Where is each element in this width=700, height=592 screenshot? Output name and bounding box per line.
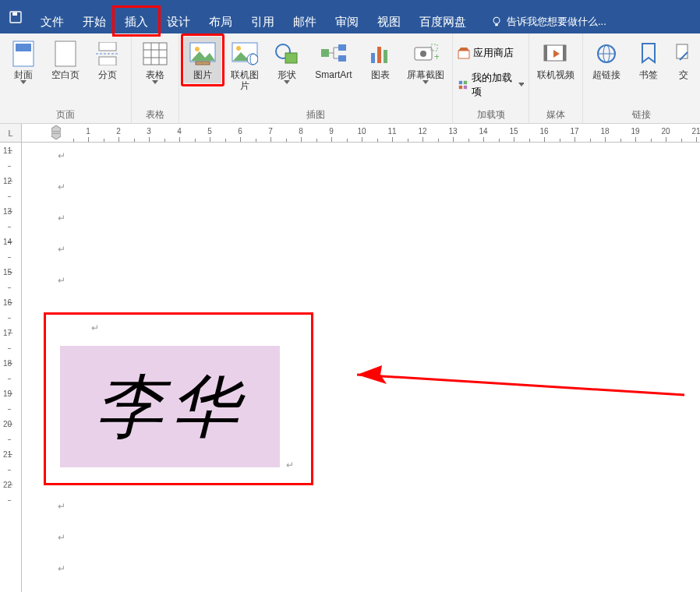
- tab-baidu[interactable]: 百度网盘: [410, 10, 476, 33]
- chevron-down-icon: [152, 80, 158, 85]
- cover-page-button[interactable]: 封面: [5, 37, 42, 88]
- svg-rect-26: [371, 53, 375, 63]
- svg-line-45: [357, 375, 684, 395]
- svg-rect-34: [459, 81, 462, 84]
- quick-access-toolbar[interactable]: [0, 0, 31, 33]
- addins-icon: [458, 79, 468, 91]
- table-button[interactable]: 表格: [136, 37, 174, 88]
- paragraph-mark: ↵: [58, 213, 65, 224]
- group-addins-label: 加载项: [458, 107, 524, 123]
- tab-layout[interactable]: 布局: [200, 10, 242, 33]
- tab-mailings[interactable]: 邮件: [284, 10, 326, 33]
- svg-rect-27: [377, 47, 381, 63]
- svg-text:+: +: [434, 51, 439, 62]
- chevron-down-icon: [422, 80, 429, 85]
- svg-rect-25: [338, 55, 346, 62]
- svg-rect-35: [464, 81, 467, 84]
- picture-button[interactable]: 图片: [184, 37, 221, 83]
- paragraph-mark: ↵: [286, 460, 294, 470]
- save-icon: [9, 11, 22, 23]
- signature-text: 李华: [95, 361, 245, 453]
- svg-rect-36: [459, 86, 462, 89]
- paragraph-mark: ↵: [58, 532, 65, 543]
- smartart-icon: [320, 40, 348, 68]
- paragraph-mark: ↵: [58, 563, 65, 574]
- svg-rect-22: [285, 53, 297, 63]
- page-break-button[interactable]: 分页: [89, 37, 126, 83]
- tab-review[interactable]: 审阅: [326, 10, 368, 33]
- cross-reference-button[interactable]: 交: [672, 37, 695, 83]
- paragraph-mark: ↵: [58, 244, 65, 255]
- indent-marker-icon[interactable]: [51, 125, 61, 139]
- paragraph-mark: ↵: [58, 181, 65, 192]
- group-illustrations-label: 插图: [184, 107, 447, 123]
- tell-me-label: 告诉我您想要做什么...: [507, 15, 606, 29]
- svg-rect-24: [338, 44, 346, 51]
- tab-references[interactable]: 引用: [242, 10, 284, 33]
- ruler-corner: L: [0, 124, 22, 143]
- tab-home[interactable]: 开始: [73, 10, 115, 33]
- svg-rect-6: [55, 41, 76, 66]
- ribbon-tabs: 文件 开始 插入 设计 布局 引用 邮件 审阅 视图 百度网盘: [31, 0, 476, 33]
- svg-rect-7: [99, 42, 116, 51]
- inserted-picture-frame[interactable]: ↵ 李华 ↵: [44, 312, 313, 485]
- online-picture-button[interactable]: 联机图片: [226, 37, 263, 94]
- hyperlink-icon: [592, 40, 620, 68]
- cross-reference-icon: [670, 40, 698, 68]
- svg-rect-17: [196, 62, 210, 65]
- svg-rect-37: [464, 86, 467, 89]
- document-area: L 123456789101112131415161718192021 1112…: [0, 124, 700, 592]
- online-video-icon: [542, 40, 570, 68]
- annotation-arrow: [326, 361, 692, 407]
- blank-page-button[interactable]: 空白页: [47, 37, 84, 83]
- vertical-ruler[interactable]: 111213141516171819202122: [0, 143, 22, 592]
- svg-point-30: [420, 51, 426, 57]
- tell-me-search[interactable]: 告诉我您想要做什么...: [491, 10, 606, 33]
- group-links: 超链接 书签 交 链接: [583, 33, 700, 123]
- svg-rect-1: [12, 12, 17, 16]
- svg-point-16: [195, 47, 200, 51]
- shapes-button[interactable]: 形状: [268, 37, 306, 88]
- group-table: 表格 表格: [132, 33, 179, 123]
- my-addins-button[interactable]: 我的加载项: [458, 71, 524, 99]
- tab-insert[interactable]: 插入: [115, 10, 157, 33]
- ribbon: 封面 空白页 分页 页面: [0, 33, 700, 124]
- cover-page-icon: [9, 40, 37, 68]
- screenshot-icon: +: [412, 40, 440, 68]
- hyperlink-button[interactable]: 超链接: [588, 37, 625, 83]
- svg-point-2: [493, 17, 500, 23]
- smartart-button[interactable]: SmartArt: [310, 37, 357, 83]
- svg-rect-5: [16, 44, 31, 51]
- horizontal-ruler[interactable]: 123456789101112131415161718192021: [22, 124, 700, 143]
- paragraph-mark: ↵: [58, 275, 65, 286]
- online-video-button[interactable]: 联机视频: [534, 37, 578, 83]
- online-picture-icon: [231, 40, 259, 68]
- screenshot-button[interactable]: + 屏幕截图: [404, 37, 447, 88]
- shapes-icon: [273, 40, 301, 68]
- tab-view[interactable]: 视图: [368, 10, 410, 33]
- paragraph-mark: ↵: [58, 501, 65, 512]
- svg-rect-33: [458, 51, 469, 58]
- chart-button[interactable]: 图表: [362, 37, 399, 83]
- tab-strip: 文件 开始 插入 设计 布局 引用 邮件 审阅 视图 百度网盘 告诉我您想要做什…: [0, 0, 700, 33]
- svg-rect-44: [677, 44, 688, 58]
- store-button[interactable]: 应用商店: [458, 46, 524, 60]
- svg-rect-23: [321, 49, 329, 57]
- inserted-picture[interactable]: 李华: [60, 346, 280, 467]
- paragraph-mark: ↵: [58, 150, 65, 161]
- bookmark-button[interactable]: 书签: [630, 37, 667, 83]
- group-media: 联机视频 媒体: [529, 33, 583, 123]
- blank-page-icon: [51, 40, 80, 68]
- store-icon: [458, 47, 470, 59]
- lightbulb-icon: [491, 16, 502, 27]
- svg-rect-28: [384, 50, 387, 63]
- tab-file[interactable]: 文件: [31, 10, 73, 33]
- group-table-label: 表格: [136, 107, 174, 123]
- document-page[interactable]: ↵ ↵ ↵ ↵ ↵ ↵ ↵ ↵ ↵ 李华 ↵: [22, 143, 700, 592]
- chart-icon: [366, 40, 394, 68]
- tab-design[interactable]: 设计: [157, 10, 200, 33]
- group-illustrations: 图片 联机图片 形状 SmartArt: [179, 33, 453, 123]
- picture-icon: [189, 40, 217, 68]
- svg-rect-8: [99, 57, 116, 65]
- svg-rect-3: [495, 24, 498, 26]
